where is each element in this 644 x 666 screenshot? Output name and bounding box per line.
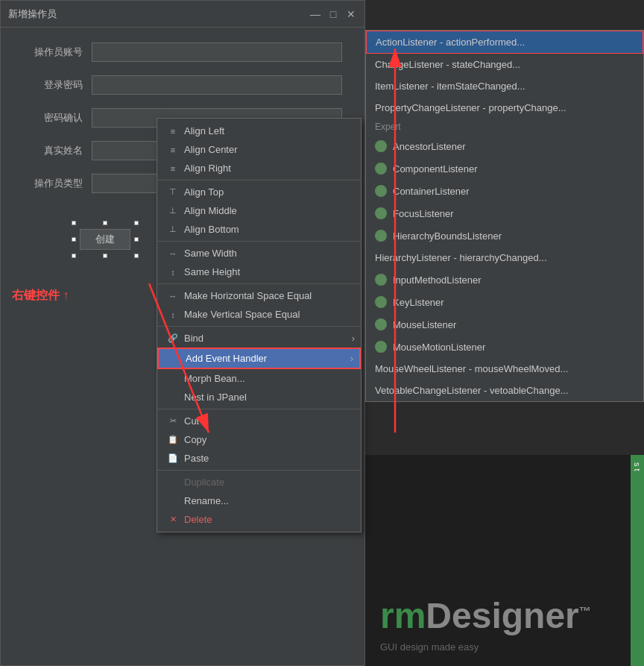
separator-4	[157, 326, 361, 327]
menu-copy[interactable]: 📋 Copy	[157, 430, 361, 449]
minimize-button[interactable]: —	[309, 8, 321, 20]
dropdown-item-mouse-motion[interactable]: MouseMotionListener	[366, 336, 643, 358]
menu-align-center[interactable]: ≡ Align Center	[157, 140, 361, 159]
component-icon	[375, 163, 387, 175]
form-row-account: 操作员账号	[23, 43, 342, 62]
brand-rm: rm	[380, 596, 426, 635]
menu-make-h-space[interactable]: ↔ Make Horizontal Space Equal	[157, 286, 361, 305]
dropdown-item-ancestor[interactable]: AncestorListener	[366, 135, 643, 157]
context-menu: ≡ Align Left ≡ Align Center ≡ Align Righ…	[157, 118, 362, 533]
menu-align-right[interactable]: ≡ Align Right	[157, 159, 361, 178]
focus-icon	[375, 207, 387, 219]
handle-tl	[72, 221, 76, 225]
input-account[interactable]	[92, 43, 342, 62]
cut-icon: ✂	[166, 416, 180, 426]
handle-br	[134, 254, 139, 258]
window-title: 新增操作员	[8, 7, 57, 21]
dropdown-item-vetoable[interactable]: VetoableChangeListener - vetoableChange.…	[366, 380, 643, 401]
input-password[interactable]	[92, 75, 342, 95]
brand-designer: Designer	[426, 596, 578, 635]
separator-1	[157, 180, 361, 180]
add-event-arrow: ›	[350, 353, 353, 364]
v-space-icon: ↕	[166, 310, 180, 319]
close-button[interactable]: ✕	[345, 8, 357, 20]
paste-icon: 📄	[166, 453, 180, 463]
align-right-icon: ≡	[166, 164, 180, 173]
handle-tc	[103, 221, 107, 225]
key-icon	[375, 296, 387, 308]
brand-text: rmDesigner™	[380, 595, 591, 636]
dropdown-header-expert: Expert	[366, 119, 643, 135]
bottom-panel: rmDesigner™ GUI design made easy	[365, 455, 644, 666]
label-account: 操作员账号	[23, 45, 83, 59]
dropdown-item-mouse[interactable]: MouseListener	[366, 313, 643, 336]
menu-align-left[interactable]: ≡ Align Left	[157, 122, 361, 140]
dropdown-item-action-listener[interactable]: ActionListener - actionPerformed...	[366, 31, 643, 54]
menu-add-event[interactable]: Add Event Handler ›	[157, 348, 361, 369]
maximize-button[interactable]: □	[327, 8, 339, 20]
dropdown-item-container[interactable]: ContainerListener	[366, 180, 643, 202]
handle-ml	[72, 237, 76, 242]
handle-bl	[72, 254, 76, 258]
dropdown-item-key[interactable]: KeyListener	[366, 291, 643, 313]
label-password: 登录密码	[23, 78, 83, 92]
align-center-icon: ≡	[166, 145, 180, 154]
same-height-icon: ↕	[166, 268, 180, 277]
hierarchy-bounds-icon	[375, 230, 387, 242]
align-left-icon: ≡	[166, 127, 180, 136]
separator-6	[157, 470, 361, 471]
label-realname: 真实姓名	[23, 144, 83, 157]
bind-icon: 🔗	[166, 333, 180, 343]
side-bar-text: s t	[633, 462, 642, 471]
separator-2	[157, 241, 361, 242]
menu-morph[interactable]: Morph Bean...	[157, 369, 361, 388]
bottom-right-bar: s t	[631, 455, 644, 666]
align-top-icon: ⊤	[166, 187, 180, 197]
menu-delete[interactable]: ✕ Delete	[157, 510, 361, 529]
title-bar: 新增操作员 — □ ✕	[1, 1, 364, 28]
container-icon	[375, 185, 387, 197]
button-area: 创建	[75, 224, 135, 254]
delete-icon: ✕	[166, 515, 180, 524]
dropdown-item-focus[interactable]: FocusListener	[366, 202, 643, 224]
menu-same-width[interactable]: ↔ Same Width	[157, 244, 361, 263]
align-bottom-icon: ⊥	[166, 224, 180, 234]
dropdown-item-component[interactable]: ComponentListener	[366, 157, 643, 180]
menu-make-v-space[interactable]: ↕ Make Vertical Space Equal	[157, 305, 361, 324]
mouse-icon	[375, 318, 387, 330]
h-space-icon: ↔	[166, 292, 180, 301]
dropdown-item-input-method[interactable]: InputMethodListener	[366, 268, 643, 291]
menu-align-bottom[interactable]: ⊥ Align Bottom	[157, 220, 361, 239]
mouse-motion-icon	[375, 341, 387, 353]
form-row-password: 登录密码	[23, 75, 342, 95]
label-type: 操作员类型	[23, 177, 83, 190]
menu-align-middle[interactable]: ⊥ Align Middle	[157, 201, 361, 220]
same-width-icon: ↔	[166, 249, 180, 258]
dropdown-list: ActionListener - actionPerformed... Chan…	[365, 30, 644, 402]
input-method-icon	[375, 274, 387, 286]
menu-nest[interactable]: Nest in JPanel	[157, 388, 361, 406]
align-middle-icon: ⊥	[166, 206, 180, 216]
handle-mr	[134, 237, 139, 242]
dropdown-item-hierarchy-listener[interactable]: HierarchyListener - hierarchyChanged...	[366, 247, 643, 268]
dropdown-item-mouse-wheel[interactable]: MouseWheelListener - mouseWheelMoved...	[366, 358, 643, 380]
menu-duplicate: Duplicate	[157, 473, 361, 491]
title-bar-buttons: — □ ✕	[309, 8, 357, 20]
menu-paste[interactable]: 📄 Paste	[157, 449, 361, 468]
label-confirm: 密码确认	[23, 111, 83, 125]
dropdown-item-change-listener[interactable]: ChangeListener - stateChanged...	[366, 54, 643, 75]
menu-align-top[interactable]: ⊤ Align Top	[157, 183, 361, 201]
menu-rename[interactable]: Rename...	[157, 491, 361, 510]
menu-cut[interactable]: ✂ Cut	[157, 412, 361, 430]
dropdown-item-item-listener[interactable]: ItemListener - itemStateChanged...	[366, 75, 643, 97]
dropdown-item-hierarchy-bounds[interactable]: HierarchyBoundsListener	[366, 224, 643, 247]
menu-bind[interactable]: 🔗 Bind ›	[157, 329, 361, 348]
brand-subtext: GUI design made easy	[380, 641, 479, 653]
annotation-text: 右键控件 ↑	[12, 288, 69, 304]
dropdown-item-property-listener[interactable]: PropertyChangeListener - propertyChange.…	[366, 97, 643, 119]
bind-arrow: ›	[352, 333, 355, 344]
create-button[interactable]: 创建	[80, 229, 130, 250]
handle-tr	[134, 221, 139, 225]
handle-bc	[103, 254, 107, 258]
menu-same-height[interactable]: ↕ Same Height	[157, 263, 361, 281]
